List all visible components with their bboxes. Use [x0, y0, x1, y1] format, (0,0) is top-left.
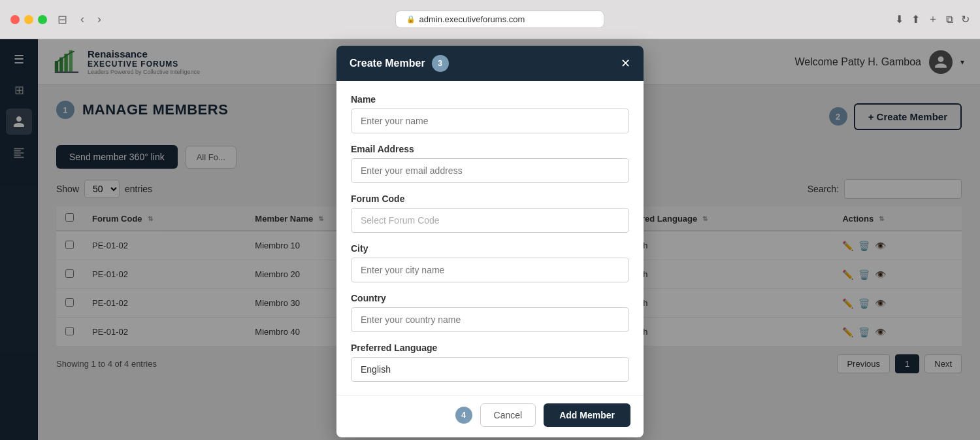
city-field-group: City: [351, 243, 629, 282]
city-input[interactable]: [351, 258, 629, 282]
modal-footer: 4 Cancel Add Member: [336, 395, 644, 437]
cancel-button[interactable]: Cancel: [480, 403, 536, 427]
url-bar[interactable]: 🔒 admin.executiveforums.com: [395, 10, 604, 28]
modal-header: Create Member 3 ✕: [336, 46, 644, 81]
windows-btn[interactable]: ⧉: [946, 14, 953, 25]
modal-close-button[interactable]: ✕: [621, 56, 630, 71]
name-label: Name: [351, 94, 629, 105]
lock-icon: 🔒: [406, 15, 416, 24]
country-label: Country: [351, 293, 629, 303]
step-badge-4: 4: [455, 407, 472, 424]
language-field-group: Preferred Language English Spanish Frenc…: [351, 343, 629, 382]
forum-code-select[interactable]: Select Forum Code: [351, 208, 629, 233]
modal-title-text: Create Member: [350, 58, 425, 69]
city-label: City: [351, 243, 629, 254]
forward-btn[interactable]: ›: [95, 10, 104, 29]
address-bar: 🔒 admin.executiveforums.com: [112, 10, 887, 28]
download-btn[interactable]: ⬇: [895, 13, 904, 25]
modal-step-badge-3: 3: [432, 55, 449, 72]
modal-overlay: Create Member 3 ✕ Name Email Address For…: [0, 39, 980, 440]
browser-actions: ⬇ ⬆ ＋ ⧉ ↻: [895, 12, 970, 26]
email-input[interactable]: [351, 158, 629, 183]
back-btn[interactable]: ‹: [78, 10, 87, 29]
create-member-modal: Create Member 3 ✕ Name Email Address For…: [336, 46, 644, 437]
url-text: admin.executiveforums.com: [419, 14, 525, 24]
name-input[interactable]: [351, 109, 629, 133]
email-label: Email Address: [351, 144, 629, 154]
forum-code-field-group: Forum Code Select Forum Code: [351, 194, 629, 233]
name-field-group: Name: [351, 94, 629, 133]
new-tab-btn[interactable]: ＋: [928, 12, 938, 26]
traffic-lights: [10, 15, 47, 24]
close-traffic-light[interactable]: [10, 15, 20, 24]
browser-chrome: ⊟ ‹ › 🔒 admin.executiveforums.com ⬇ ⬆ ＋ …: [0, 0, 980, 39]
refresh-btn[interactable]: ↻: [961, 13, 970, 25]
country-input[interactable]: [351, 307, 629, 332]
language-select[interactable]: English Spanish French Portuguese: [351, 357, 629, 382]
modal-body: Name Email Address Forum Code Select For…: [336, 81, 644, 395]
add-member-button[interactable]: Add Member: [544, 403, 630, 427]
forum-code-label: Forum Code: [351, 194, 629, 204]
sidebar-toggle-btn[interactable]: ⊟: [55, 10, 70, 29]
modal-title-area: Create Member 3: [350, 55, 449, 72]
email-field-group: Email Address: [351, 144, 629, 183]
share-btn[interactable]: ⬆: [911, 13, 920, 25]
minimize-traffic-light[interactable]: [24, 15, 33, 24]
country-field-group: Country: [351, 293, 629, 332]
language-label: Preferred Language: [351, 343, 629, 353]
fullscreen-traffic-light[interactable]: [38, 15, 47, 24]
